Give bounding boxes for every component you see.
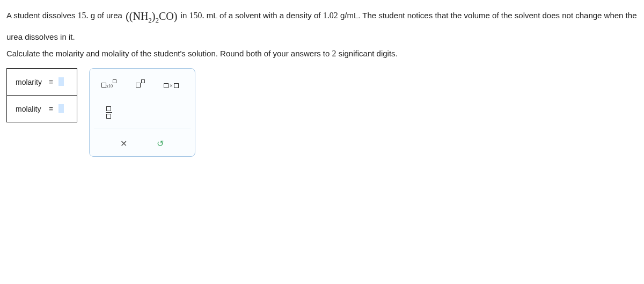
- molarity-row: molarity =: [7, 69, 77, 96]
- text: significant digits.: [336, 49, 398, 58]
- tool-row-2: [94, 101, 191, 123]
- action-row: ✕ ↺: [94, 133, 191, 152]
- clear-button[interactable]: ✕: [116, 136, 131, 151]
- answer-table: molarity = molality =: [6, 68, 77, 122]
- text: A student dissolves: [6, 11, 78, 20]
- equals-sign: =: [49, 78, 53, 86]
- scientific-notation-button[interactable]: x10: [97, 76, 121, 94]
- tool-row-1: x10 ×: [94, 74, 191, 97]
- density-value: 1.02: [323, 11, 338, 20]
- mass-value: 15.: [78, 11, 89, 20]
- divider: [94, 128, 191, 128]
- text: Calculate the molarity and molality of t…: [6, 49, 332, 58]
- prompt-text: Calculate the molarity and molality of t…: [6, 49, 638, 59]
- molality-row: molality =: [7, 96, 77, 122]
- equation-toolbar: x10 × ✕: [89, 68, 195, 157]
- molarity-label: molarity: [16, 78, 47, 86]
- sigfig-count: 2: [332, 49, 336, 58]
- reset-button[interactable]: ↺: [153, 136, 168, 151]
- text: in: [178, 11, 189, 20]
- superscript-button[interactable]: [128, 76, 152, 94]
- text: g of urea: [89, 11, 125, 20]
- work-area: molarity = molality = x10 ×: [6, 68, 638, 157]
- reset-icon: ↺: [157, 139, 164, 149]
- equals-sign: =: [49, 105, 53, 113]
- problem-statement: A student dissolves 15. g of urea ((NH2)…: [6, 4, 638, 46]
- molality-label: molality: [16, 105, 47, 113]
- volume-value: 150.: [189, 11, 204, 20]
- close-icon: ✕: [120, 139, 127, 149]
- multiply-button[interactable]: ×: [159, 76, 183, 94]
- chemical-formula: ((NH2)2CO): [125, 4, 178, 28]
- fraction-button[interactable]: [97, 103, 121, 121]
- molality-input[interactable]: [58, 104, 64, 113]
- molarity-input[interactable]: [58, 77, 64, 86]
- text: mL of a solvent with a density of: [204, 11, 323, 20]
